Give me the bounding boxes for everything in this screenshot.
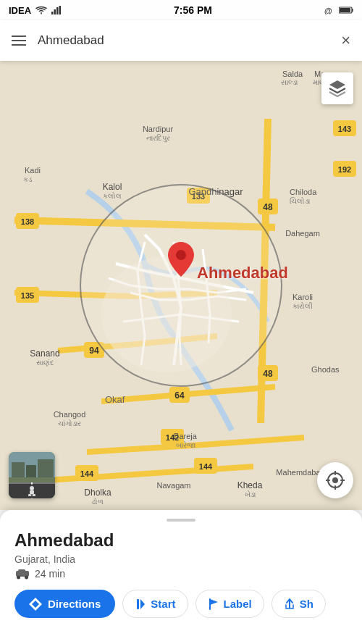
svg-text:બારેજા: બારેજા	[176, 441, 195, 449]
svg-text:Karoli: Karoli	[292, 293, 313, 301]
share-button[interactable]: Sh	[272, 590, 326, 618]
bottom-panel: Ahmedabad Gujarat, India 24 min Directio…	[0, 510, 362, 644]
map-container[interactable]: 48 138 133 135 94 48 64 142 144 144 47 N…	[0, 61, 362, 510]
directions-icon	[29, 598, 42, 611]
action-buttons-row: Directions Start Label Sh	[14, 590, 348, 618]
svg-rect-94	[137, 599, 139, 609]
svg-text:ચિલોડા: ચિલોડા	[290, 197, 311, 205]
svg-text:Ghodas: Ghodas	[311, 365, 340, 374]
svg-text:ઢોળ: ઢોળ	[92, 498, 104, 506]
svg-point-68	[176, 250, 186, 260]
svg-text:સાણંદ: સાણંદ	[36, 359, 54, 367]
start-button[interactable]: Start	[122, 590, 188, 618]
svg-text:Changod: Changod	[54, 410, 86, 419]
svg-rect-73	[26, 465, 36, 477]
svg-marker-69	[329, 80, 345, 89]
svg-marker-93	[140, 599, 145, 609]
svg-point-89	[17, 576, 20, 580]
svg-text:192: 192	[338, 165, 351, 174]
map-svg: 48 138 133 135 94 48 64 142 144 144 47 N…	[0, 61, 362, 510]
svg-rect-78	[30, 490, 34, 494]
svg-text:143: 143	[338, 125, 351, 133]
close-button[interactable]: ×	[341, 31, 350, 50]
svg-text:Navagam: Navagam	[156, 481, 190, 490]
svg-rect-79	[28, 494, 31, 496]
street-view-thumbnail[interactable]	[9, 452, 55, 498]
svg-rect-2	[56, 7, 59, 14]
search-input[interactable]: Ahmedabad	[38, 33, 329, 48]
svg-rect-0	[51, 12, 54, 14]
svg-text:Okaf: Okaf	[105, 394, 125, 405]
svg-text:Kheda: Kheda	[237, 480, 263, 490]
svg-text:કારોલી: કારોલી	[292, 302, 313, 310]
directions-button[interactable]: Directions	[14, 590, 115, 618]
hamburger-menu-button[interactable]	[12, 35, 26, 46]
layers-icon	[328, 79, 347, 98]
svg-text:138: 138	[21, 217, 34, 226]
svg-point-82	[332, 477, 338, 483]
svg-text:48: 48	[263, 369, 273, 379]
svg-text:Kadi: Kadi	[25, 166, 41, 175]
svg-rect-72	[12, 462, 25, 477]
label-button[interactable]: Label	[195, 590, 264, 618]
svg-text:64: 64	[174, 390, 185, 401]
svg-text:Sanand: Sanand	[30, 348, 59, 359]
drag-handle	[167, 519, 195, 522]
travel-time-text: 24 min	[35, 568, 65, 580]
share-label: Sh	[300, 598, 313, 610]
my-location-button[interactable]	[317, 462, 353, 498]
svg-text:Nardipur: Nardipur	[143, 125, 174, 133]
svg-text:Kalol: Kalol	[103, 182, 122, 192]
svg-text:નારદિપુર: નારદિપુર	[146, 134, 170, 143]
svg-point-77	[30, 486, 34, 490]
search-bar: Ahmedabad ×	[0, 20, 362, 61]
place-name: Ahmedabad	[14, 530, 348, 551]
car-icon	[14, 568, 30, 580]
svg-text:Dahegam: Dahegam	[285, 229, 320, 238]
label-label: Label	[224, 598, 252, 610]
svg-marker-96	[210, 599, 218, 605]
svg-text:Dholka: Dholka	[84, 488, 111, 498]
svg-text:ખેડા: ખેડા	[245, 490, 256, 498]
svg-text:ચાંગોડાર: ચાંગોડાર	[58, 419, 81, 427]
svg-rect-3	[59, 6, 62, 14]
flag-icon	[208, 598, 219, 610]
start-label: Start	[151, 598, 175, 610]
wifi-icon	[35, 6, 47, 14]
start-icon	[135, 598, 146, 610]
share-icon	[284, 598, 295, 610]
street-view-image	[9, 452, 55, 498]
svg-text:સાલ્ડા: સાલ્ડા	[281, 78, 298, 86]
status-bar: IDEA 7:56 PM @	[0, 0, 362, 20]
svg-rect-6	[352, 9, 353, 12]
signal-icon	[51, 6, 62, 14]
svg-text:Chiloda: Chiloda	[290, 188, 317, 196]
status-time: 7:56 PM	[174, 4, 212, 16]
svg-text:Bareja: Bareja	[174, 432, 198, 440]
svg-text:@: @	[324, 7, 332, 14]
svg-text:Gandhinagar: Gandhinagar	[188, 186, 243, 197]
at-icon: @	[324, 6, 336, 14]
svg-rect-7	[340, 8, 350, 12]
svg-rect-1	[54, 9, 56, 14]
directions-label: Directions	[48, 598, 101, 610]
svg-text:48: 48	[263, 202, 273, 212]
pegman-icon	[25, 486, 39, 496]
svg-text:કડ: કડ	[23, 175, 33, 183]
svg-text:કલોલ: કલોલ	[103, 192, 122, 200]
city-label-on-map: Ahmedabad	[197, 264, 288, 283]
svg-rect-80	[33, 494, 35, 496]
location-target-icon	[326, 471, 345, 490]
svg-rect-74	[38, 459, 54, 477]
layers-button[interactable]	[321, 72, 353, 104]
carrier-label: IDEA	[9, 5, 31, 16]
svg-point-90	[25, 576, 28, 580]
svg-text:94: 94	[89, 346, 99, 356]
map-pin	[168, 242, 194, 277]
svg-text:144: 144	[80, 469, 94, 478]
battery-icon	[339, 6, 353, 14]
place-travel-time: 24 min	[14, 568, 348, 580]
place-subtitle: Gujarat, India	[14, 553, 348, 565]
svg-text:Salda: Salda	[282, 70, 303, 78]
svg-text:135: 135	[21, 291, 34, 300]
